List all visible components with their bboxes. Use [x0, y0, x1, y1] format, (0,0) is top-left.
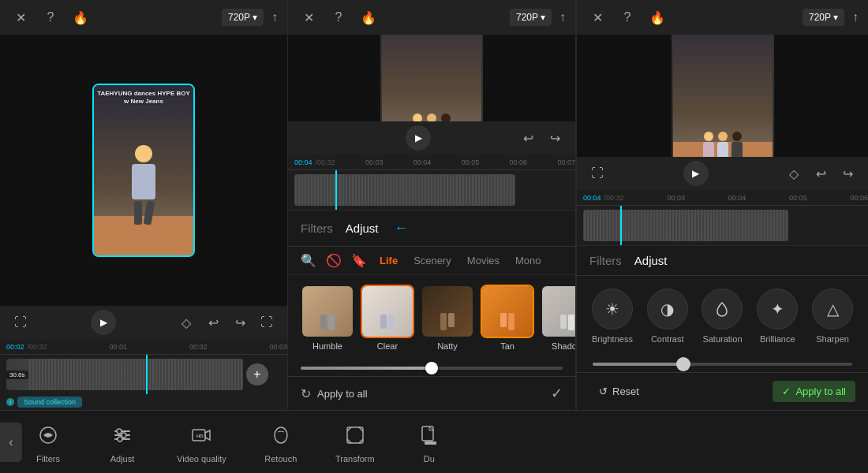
search-icon[interactable]: 🔍: [301, 253, 316, 268]
adjust-brilliance[interactable]: ✦ Brilliance: [754, 289, 800, 344]
tool-adjust[interactable]: Adjust: [103, 421, 142, 464]
filter-shadow[interactable]: Shadow: [541, 285, 575, 351]
help-button-right[interactable]: ?: [616, 6, 638, 28]
fire-icon-middle: 🔥: [357, 6, 380, 28]
tab-filters-right[interactable]: Filters: [589, 254, 622, 267]
filters-icon: [34, 421, 62, 449]
collapse-button[interactable]: ‹: [0, 423, 22, 462]
sharpen-icon: △: [812, 289, 853, 330]
undo-button-middle[interactable]: ↩: [517, 127, 539, 149]
panel-toolbar-middle: ✕ ? 🔥 720P ▾ ↑: [288, 0, 575, 35]
du-icon: [415, 421, 443, 449]
filter-grid: Humble Clear: [288, 275, 575, 360]
redo-button-right[interactable]: ↪: [836, 162, 859, 184]
adjust-slider[interactable]: [593, 363, 852, 366]
reset-label: Reset: [612, 385, 639, 397]
filter-humble[interactable]: Humble: [301, 285, 354, 351]
panel-toolbar-right: ✕ ? 🔥 720P ▾ ↑: [577, 0, 868, 35]
contrast-label: Contrast: [651, 334, 684, 344]
undo-button-left[interactable]: ↩: [202, 311, 224, 333]
adjust-sharpen[interactable]: △ Sharpen: [810, 289, 855, 344]
video-preview-right: TAEHYUNG dances HYPE BOY w New Jeans: [577, 35, 868, 157]
diamond-icon-left: ◇: [175, 311, 197, 333]
add-clip-button-left[interactable]: +: [246, 363, 268, 385]
svg-text:HD: HD: [196, 434, 204, 438]
tab-adjust-right[interactable]: Adjust: [634, 254, 668, 267]
adjust-icon: [108, 421, 137, 449]
filter-slider-area: [288, 360, 575, 376]
play-button-middle[interactable]: ▶: [406, 125, 431, 151]
undo-button-right[interactable]: ↩: [810, 162, 832, 184]
tool-video-quality[interactable]: HD Video quality: [177, 421, 226, 464]
panel-controls-right: ⛶ ▶ ◇ ↩ ↪: [577, 157, 868, 190]
upload-button-right[interactable]: ↑: [852, 10, 859, 24]
tool-retouch[interactable]: Retouch: [261, 421, 301, 464]
resolution-badge-middle[interactable]: 720P ▾: [510, 9, 552, 26]
video-card-middle: TAEHYUNG dances HYPE BOY w New Jeans: [380, 35, 483, 121]
fullscreen-button-left[interactable]: ⛶: [9, 311, 32, 333]
brilliance-label: Brilliance: [760, 334, 795, 344]
resolution-badge-right[interactable]: 720P ▾: [803, 9, 844, 26]
checkmark-icon[interactable]: ✓: [551, 385, 563, 402]
adjust-brightness[interactable]: ☀ Brightness: [589, 289, 635, 344]
bookmark-icon[interactable]: 🔖: [351, 253, 367, 268]
video-card-right: TAEHYUNG dances HYPE BOY w New Jeans: [672, 35, 774, 157]
help-button-left[interactable]: ?: [39, 6, 62, 28]
fire-icon-right: 🔥: [646, 6, 668, 28]
close-button-left[interactable]: ✕: [9, 6, 32, 28]
retouch-label: Retouch: [264, 454, 297, 464]
filters-label: Filters: [36, 454, 60, 464]
svg-point-5: [122, 433, 126, 438]
resolution-badge-left[interactable]: 720P ▾: [222, 9, 264, 26]
play-button-right[interactable]: ▶: [683, 161, 709, 186]
contrast-icon: ◑: [647, 289, 688, 330]
apply-to-all-label[interactable]: Apply to all: [317, 388, 368, 400]
filter-natty[interactable]: Natty: [421, 285, 474, 351]
tool-transform[interactable]: Transform: [335, 421, 375, 464]
video-quality-icon: HD: [187, 421, 215, 449]
filter-tan[interactable]: Tan: [481, 285, 534, 351]
sound-chip-left: Sound collection: [17, 397, 82, 408]
filter-clear[interactable]: Clear: [361, 285, 414, 351]
tool-filters[interactable]: Filters: [28, 421, 68, 464]
video-preview-left: TAEHYUNG dances HYPE BOY w New Jeans: [0, 35, 287, 306]
redo-button-left[interactable]: ↪: [229, 311, 251, 333]
category-scenery[interactable]: Scenery: [410, 253, 455, 268]
fit-button-left[interactable]: ⛶: [256, 311, 278, 333]
close-button-middle[interactable]: ✕: [297, 6, 320, 28]
reset-button[interactable]: ↺ Reset: [589, 381, 649, 402]
category-movies[interactable]: Movies: [464, 253, 503, 268]
adjust-saturation[interactable]: Saturation: [700, 289, 746, 344]
sharpen-label: Sharpen: [816, 334, 849, 344]
timeline-middle: 00:04 /00:32 00:03 00:04 00:05 00:06 00:…: [288, 155, 575, 210]
block-icon[interactable]: 🚫: [326, 253, 342, 268]
apply-all-button[interactable]: ✓ Apply to all: [773, 381, 855, 402]
saturation-icon: [702, 289, 743, 330]
panel-controls-middle: ▶ ↩ ↪: [288, 121, 575, 155]
upload-button-left[interactable]: ↑: [271, 10, 278, 24]
tool-du[interactable]: Du: [410, 421, 449, 464]
upload-button-middle[interactable]: ↑: [559, 10, 566, 24]
category-life[interactable]: Life: [376, 253, 401, 268]
fullscreen-button-right[interactable]: ⛶: [586, 162, 608, 184]
tab-adjust-active[interactable]: Adjust: [346, 218, 379, 238]
active-tab-arrow: ←: [395, 220, 409, 236]
apply-bar-filters: ↻ Apply to all ✓: [288, 376, 575, 410]
category-mono[interactable]: Mono: [512, 253, 544, 268]
play-button-left[interactable]: ▶: [91, 310, 116, 335]
filter-tan-label: Tan: [500, 341, 514, 351]
redo-button-middle[interactable]: ↪: [544, 127, 566, 149]
filter-natty-label: Natty: [437, 341, 458, 351]
timeline-right: 00:04 /00:32 00:03 00:04 00:05 00:06: [577, 190, 868, 245]
tab-filters[interactable]: Filters: [301, 218, 333, 238]
timeline-left: 00:02 /00:32 00:01 00:02 00:03 30.6s +: [0, 339, 287, 394]
adjust-contrast[interactable]: ◑ Contrast: [645, 289, 690, 344]
filters-search-bar: 🔍 🚫 🔖 Life Scenery Movies Mono: [288, 247, 575, 275]
filter-slider[interactable]: [301, 367, 563, 370]
filters-header: Filters Adjust ←: [288, 210, 575, 247]
close-button-right[interactable]: ✕: [586, 6, 608, 28]
diamond-icon-right: ◇: [783, 162, 805, 184]
editor-panel-right: ✕ ? 🔥 720P ▾ ↑ TAEHYUNG dances HYPE BOY …: [576, 0, 868, 410]
track-clip-left: 30.6s: [6, 359, 243, 390]
help-button-middle[interactable]: ?: [327, 6, 350, 28]
